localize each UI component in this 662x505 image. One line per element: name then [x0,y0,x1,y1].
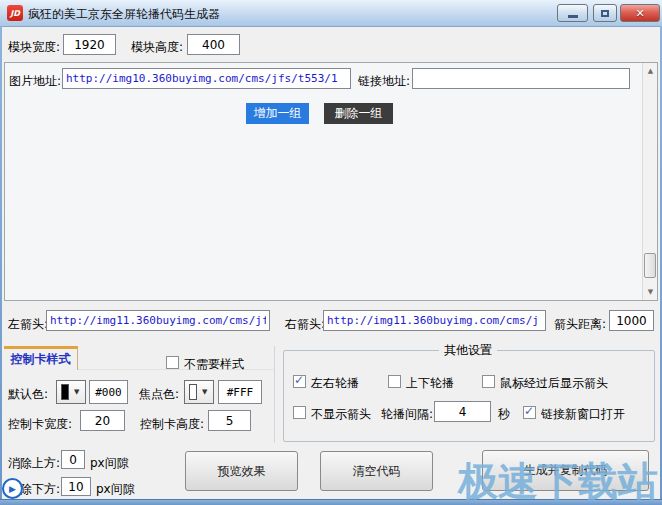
focus-color-dropdown[interactable]: ▼ [184,380,214,404]
tab-divider [78,369,274,370]
horizontal-carousel-label: 左右轮播 [311,375,359,392]
card-height-input[interactable] [208,410,251,431]
default-color-swatch [61,384,69,400]
arrow-distance-label: 箭头距离: [554,316,606,333]
remove-top-label: 消除上方: [8,455,60,472]
remove-top-input[interactable] [61,450,85,469]
window-title: 疯狂的美工京东全屏轮播代码生成器 [28,6,220,23]
chevron-down-icon: ▼ [74,388,79,396]
interval-input[interactable] [434,401,491,422]
maximize-button[interactable] [593,4,617,22]
module-width-input[interactable] [63,34,116,55]
left-arrow-input[interactable] [46,310,270,331]
left-arrow-label: 左箭头: [8,316,48,333]
module-height-input[interactable] [187,34,240,55]
panel-divider [274,346,275,443]
new-window-checkbox[interactable] [523,406,536,419]
minimize-button[interactable] [557,4,588,22]
module-width-label: 模块宽度: [8,39,60,56]
scrollbar-thumb[interactable] [644,253,656,278]
right-arrow-input[interactable] [323,310,546,331]
focus-color-label: 焦点色: [139,386,179,403]
remove-bottom-input[interactable] [61,477,91,496]
generate-copy-button[interactable]: 生成并复制代码 [482,450,649,491]
close-button[interactable]: ✕ [620,4,660,22]
other-settings-legend: 其他设置 [439,342,497,359]
default-color-dropdown[interactable]: ▼ [56,380,86,404]
app-window: JD 疯狂的美工京东全屏轮播代码生成器 ✕ 模块宽度: 模块高度: 图片地址: … [0,0,662,505]
play-overlay-icon: ▶ [2,478,23,499]
link-url-label: 链接地址: [358,73,410,90]
focus-color-hex-input[interactable] [218,380,262,404]
no-style-checkbox[interactable] [166,356,179,369]
card-width-input[interactable] [80,410,125,431]
vertical-carousel-checkbox[interactable] [388,375,401,388]
new-window-label: 链接新窗口打开 [541,406,625,423]
link-url-input[interactable] [412,68,630,89]
jd-logo-icon: JD [7,5,23,21]
clear-code-button[interactable]: 清空代码 [320,451,433,491]
no-arrows-label: 不显示箭头 [311,406,371,423]
scroll-up-icon[interactable]: ▲ [643,63,658,78]
hover-arrows-checkbox[interactable] [482,375,495,388]
default-color-label: 默认色: [8,386,48,403]
interval-label: 轮播间隔: [381,406,433,423]
default-color-hex-input[interactable] [89,380,128,404]
scroll-down-icon[interactable]: ▼ [643,284,658,299]
no-arrows-checkbox[interactable] [293,406,306,419]
right-arrow-label: 右箭头: [285,316,325,333]
focus-color-swatch [189,384,197,400]
window-border-left [0,26,2,505]
image-url-label: 图片地址: [9,73,61,90]
minimize-icon [568,15,578,18]
remove-group-button[interactable]: 删除一组 [324,103,393,124]
arrow-distance-input[interactable] [609,310,654,331]
image-url-input[interactable] [62,68,351,89]
preview-button[interactable]: 预览效果 [185,451,298,491]
tab-card-style[interactable]: 控制卡样式 [4,346,78,370]
hover-arrows-label: 鼠标经过后显示箭头 [500,375,608,392]
vertical-carousel-label: 上下轮播 [406,375,454,392]
chevron-down-icon: ▼ [202,388,207,396]
remove-bottom-unit: px间隙 [96,481,135,498]
add-group-button[interactable]: 增加一组 [246,103,309,124]
other-settings-group: 其他设置 [283,350,655,442]
horizontal-carousel-checkbox[interactable] [293,375,306,388]
card-width-label: 控制卡宽度: [8,416,72,433]
no-style-label: 不需要样式 [184,356,244,373]
module-height-label: 模块高度: [131,39,183,56]
window-border-bottom [0,499,662,505]
close-icon: ✕ [635,7,644,20]
title-bar: JD 疯狂的美工京东全屏轮播代码生成器 ✕ [0,0,662,27]
carousel-groups-panel [4,62,658,301]
maximize-icon [601,10,609,17]
interval-unit-label: 秒 [498,406,510,423]
remove-top-unit: px间隙 [90,455,129,472]
card-height-label: 控制卡高度: [140,416,204,433]
panel-scrollbar[interactable]: ▲ ▼ [642,63,657,300]
